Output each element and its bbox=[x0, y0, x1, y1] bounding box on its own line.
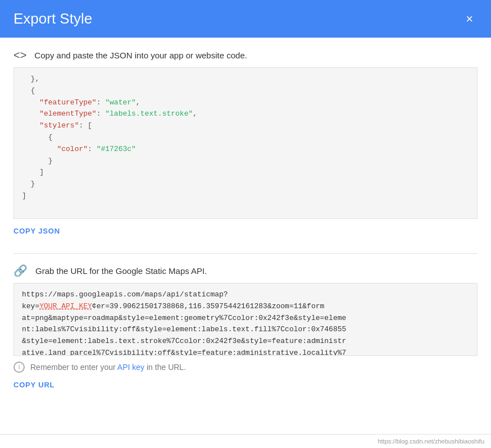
url-section-header: 🔗 Grab the URL for the Google Static Map… bbox=[13, 264, 478, 277]
code-icon: <> bbox=[13, 49, 26, 62]
json-description: Copy and paste the JSON into your app or… bbox=[34, 51, 247, 60]
dialog-header: Export Style × bbox=[0, 0, 491, 38]
dialog-title: Export Style bbox=[13, 10, 92, 28]
link-icon: 🔗 bbox=[13, 264, 28, 277]
info-text: Remember to enter your API key in the UR… bbox=[30, 363, 186, 372]
section-divider bbox=[13, 253, 478, 254]
info-icon: i bbox=[13, 362, 25, 373]
json-section-header: <> Copy and paste the JSON into your app… bbox=[13, 49, 478, 62]
json-code-box[interactable]: }, { "featureType": "water", "elementTyp… bbox=[13, 67, 478, 219]
url-section: 🔗 Grab the URL for the Google Static Map… bbox=[13, 264, 478, 394]
copy-url-button[interactable]: COPY URL bbox=[13, 376, 54, 394]
info-note: i Remember to enter your API key in the … bbox=[13, 362, 478, 373]
dialog-content: <> Copy and paste the JSON into your app… bbox=[0, 38, 491, 434]
close-button[interactable]: × bbox=[461, 11, 478, 28]
api-key-link[interactable]: API key bbox=[117, 363, 144, 372]
footer-hint: https://blog.csdn.net/zhebushibiaoshifu bbox=[0, 434, 491, 448]
url-code-box[interactable]: https://maps.googleapis.com/maps/api/sta… bbox=[13, 283, 478, 356]
json-section: <> Copy and paste the JSON into your app… bbox=[13, 49, 478, 240]
copy-json-button[interactable]: COPY JSON bbox=[13, 222, 60, 240]
url-description: Grab the URL for the Google Static Maps … bbox=[35, 266, 207, 276]
